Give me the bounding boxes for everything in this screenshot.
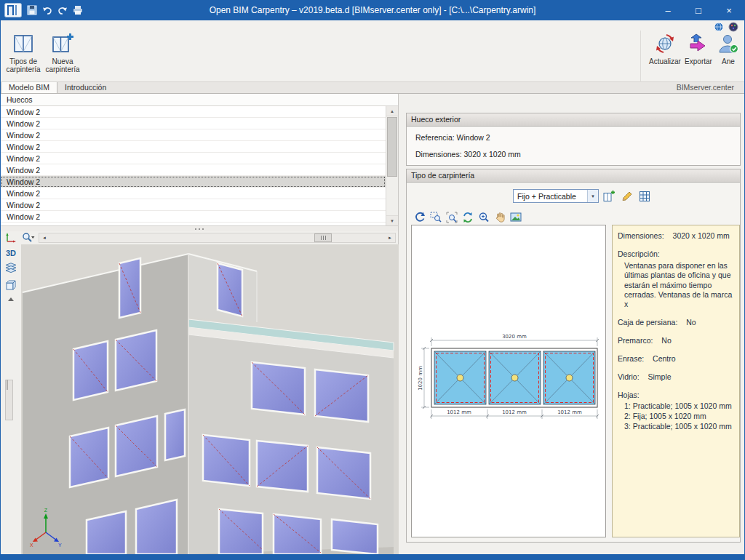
- redraw-icon[interactable]: [461, 211, 474, 223]
- scroll-thumb[interactable]: [387, 117, 397, 177]
- info-item-label: Enrase:: [618, 354, 644, 363]
- 3d-canvas[interactable]: Z X Y: [21, 244, 399, 554]
- layers-icon[interactable]: [5, 263, 17, 274]
- svg-text:Y: Y: [58, 543, 62, 548]
- user-avatar-icon: [718, 33, 738, 56]
- info-dimensiones-label: Dimensiones:: [618, 231, 664, 240]
- info-item-label: Premarco:: [618, 336, 653, 345]
- huecos-row[interactable]: Window 2: [1, 118, 386, 129]
- actualizar-button[interactable]: Actualizar: [648, 31, 682, 81]
- type-info-pane: Dimensiones: 3020 x 1020 mm Descripción:…: [612, 225, 740, 537]
- pan-hand-icon[interactable]: [493, 211, 506, 223]
- chevron-down-icon[interactable]: ▼: [587, 190, 598, 202]
- drawing-zoom-toolbar: [413, 211, 522, 223]
- zoom-extents-icon[interactable]: [445, 211, 458, 223]
- huecos-scrollbar[interactable]: ▲ ▼: [386, 106, 398, 225]
- horizontal-splitter[interactable]: [1, 225, 399, 231]
- zoom-tool-icon[interactable]: [21, 232, 36, 244]
- axes-tool-icon[interactable]: [4, 232, 18, 244]
- dim-pane-label: 1012 mm: [502, 409, 527, 415]
- app-icon[interactable]: [4, 3, 22, 17]
- user-account-button[interactable]: Ane: [715, 31, 741, 81]
- quick-access-toolbar: [1, 3, 83, 17]
- huecos-row[interactable]: Window 2: [1, 141, 386, 153]
- info-item-label: Caja de persiana:: [618, 318, 677, 327]
- save-icon[interactable]: [27, 5, 37, 15]
- huecos-row[interactable]: Window 2: [1, 153, 386, 164]
- redo-icon[interactable]: [57, 5, 68, 15]
- scroll-down-icon[interactable]: ▼: [386, 215, 398, 225]
- add-type-button[interactable]: [602, 189, 616, 203]
- status-bar: [1, 554, 744, 560]
- minimize-button[interactable]: –: [653, 0, 683, 20]
- 3d-mode-icon[interactable]: 3D: [6, 249, 16, 257]
- zoom-icon[interactable]: [477, 211, 490, 223]
- dim-pane-label: 1012 mm: [557, 409, 582, 415]
- collapse-arrow-icon[interactable]: [8, 297, 14, 301]
- ribbon-tab-strip: Modelo BIM Introducción BIMserver.center: [1, 82, 744, 94]
- svg-text:X: X: [30, 543, 33, 548]
- app-window: Open BIM Carpentry – v2019.beta.d [BIMse…: [0, 0, 745, 560]
- scroll-track[interactable]: [49, 233, 385, 242]
- huecos-row[interactable]: Window 2: [1, 129, 386, 141]
- zoom-previous-icon[interactable]: [413, 211, 426, 223]
- scroll-up-icon[interactable]: ▲: [386, 106, 398, 116]
- scroll-left-icon[interactable]: ◄: [39, 233, 49, 242]
- info-item-value: No: [661, 336, 671, 345]
- carpentry-drawing-canvas[interactable]: 3020 mm 1020 mm 1012 mm 1012 mm 1012 mm: [411, 225, 606, 537]
- building-model[interactable]: Z X Y: [21, 244, 399, 554]
- cube-icon[interactable]: [5, 279, 17, 292]
- hoja-line: 2: Fija; 1005 x 1020 mm: [624, 412, 734, 421]
- viewport-horizontal-scrollbar[interactable]: ◄ ►: [39, 233, 396, 243]
- maximize-button[interactable]: □: [683, 0, 714, 20]
- huecos-row[interactable]: Window 2: [1, 176, 386, 188]
- exportar-button[interactable]: Exportar: [683, 31, 714, 81]
- hoja-line: 1: Practicable; 1005 x 1020 mm: [624, 401, 734, 411]
- tipos-carpinteria-button[interactable]: Tipos de carpintería: [4, 31, 43, 81]
- dim-height-label: 1020 mm: [418, 366, 423, 391]
- huecos-column-header[interactable]: Huecos: [1, 94, 398, 106]
- tipo-carpinteria-select[interactable]: Fijo + Practicable ▼: [513, 189, 599, 203]
- huecos-row[interactable]: Window 2: [1, 188, 386, 199]
- properties-panel: Hueco exterior Referencia: Window 2 Dime…: [402, 94, 745, 554]
- dim-total-label: 3020 mm: [502, 334, 527, 340]
- tipo-carpinteria-section: Tipo de carpintería Fijo + Practicable ▼: [406, 169, 741, 543]
- bimserver-group-label: BIMserver.center: [677, 82, 744, 93]
- info-descripcion-label: Descripción:: [618, 249, 734, 259]
- huecos-row[interactable]: Window 2: [1, 106, 386, 118]
- print-icon[interactable]: [73, 5, 83, 15]
- info-item-label: Vidrio:: [618, 372, 640, 381]
- window-title: Open BIM Carpentry – v2019.beta.d [BIMse…: [210, 5, 536, 15]
- info-item-value: Simple: [648, 372, 672, 381]
- huecos-row[interactable]: Window 2: [1, 164, 386, 176]
- tab-introduccion[interactable]: Introducción: [57, 82, 113, 93]
- hoja-line: 3: Practicable; 1005 x 1020 mm: [624, 422, 734, 431]
- huecos-row[interactable]: Window 2: [1, 199, 386, 211]
- info-item-value: Centro: [653, 354, 676, 363]
- edit-type-button[interactable]: [620, 189, 634, 203]
- mini-scroll-thumb[interactable]: [7, 380, 8, 390]
- dim-pane-label: 1012 mm: [447, 409, 471, 415]
- nueva-carpinteria-button[interactable]: Nueva carpintería: [43, 31, 82, 81]
- close-button[interactable]: ×: [714, 0, 744, 20]
- tipo-carpinteria-header: Tipo de carpintería: [407, 169, 740, 183]
- undo-icon[interactable]: [42, 5, 52, 15]
- window-elevation-drawing: 3020 mm 1020 mm 1012 mm 1012 mm 1012 mm: [412, 225, 605, 537]
- zoom-window-icon: [429, 211, 442, 223]
- title-bar: Open BIM Carpentry – v2019.beta.d [BIMse…: [1, 0, 744, 20]
- tab-modelo-bim[interactable]: Modelo BIM: [1, 82, 57, 93]
- info-dimensiones-value: 3020 x 1020 mm: [673, 231, 730, 240]
- type-table-button[interactable]: [637, 189, 651, 203]
- dimensiones-text: Dimensiones: 3020 x 1020 mm: [415, 150, 731, 159]
- 3d-viewport: ◄ ► 3D: [1, 231, 399, 554]
- export-arrows-icon: [688, 33, 709, 56]
- huecos-row[interactable]: Window 2: [1, 211, 386, 223]
- new-window-type-icon: [52, 33, 73, 56]
- info-hojas-label: Hojas:: [618, 391, 734, 400]
- export-image-icon[interactable]: [509, 211, 522, 223]
- scroll-right-icon[interactable]: ►: [385, 233, 395, 242]
- hueco-exterior-header: Hueco exterior: [407, 113, 740, 127]
- viewport-left-toolbar: 3D: [1, 244, 21, 554]
- viewport-mini-scrollbar[interactable]: [5, 380, 13, 420]
- scroll-handle[interactable]: [314, 233, 332, 242]
